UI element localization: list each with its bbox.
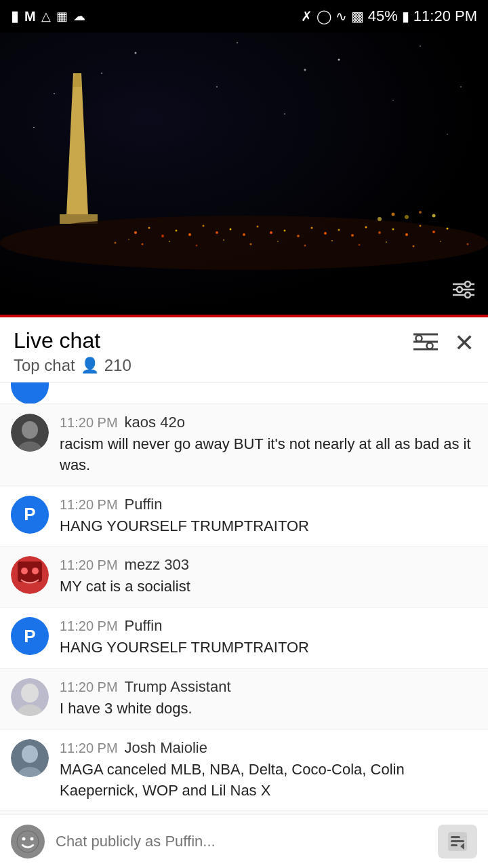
- svg-point-22: [188, 233, 191, 236]
- svg-point-40: [432, 231, 435, 233]
- m-icon: M: [24, 9, 36, 24]
- chat-message: racism will never go away BUT it's not n…: [60, 434, 477, 476]
- svg-point-26: [243, 233, 245, 236]
- svg-point-54: [413, 245, 415, 248]
- svg-point-2: [237, 42, 238, 43]
- battery-percent: 45%: [368, 7, 398, 25]
- svg-marker-15: [73, 73, 81, 87]
- avatar: [11, 556, 49, 594]
- svg-point-32: [324, 232, 327, 235]
- svg-point-6: [304, 69, 306, 71]
- time: 11:20 PM: [413, 7, 477, 25]
- chat-close-button[interactable]: ✕: [454, 331, 474, 355]
- chat-time: 11:20 PM: [60, 618, 118, 634]
- svg-point-50: [304, 245, 306, 247]
- svg-point-18: [134, 231, 137, 234]
- file-icon: ▮: [11, 7, 19, 25]
- chat-username: Puffin: [125, 617, 163, 635]
- list-item: P 11:20 PM Puffin HANG YOURSELF TRUMPTRA…: [0, 608, 488, 669]
- svg-point-27: [257, 226, 259, 228]
- chat-message: I have 3 white dogs.: [60, 698, 477, 719]
- svg-point-30: [297, 235, 300, 237]
- svg-point-58: [392, 213, 395, 216]
- svg-point-23: [203, 225, 205, 227]
- svg-rect-94: [451, 844, 458, 846]
- svg-point-47: [223, 239, 224, 241]
- chat-message: MAGA canceled MLB, NBA, Delta, Coco-Cola…: [60, 760, 477, 802]
- svg-point-3: [338, 59, 340, 61]
- svg-point-59: [405, 215, 409, 219]
- chat-username: Josh Maiolie: [125, 739, 207, 757]
- chat-content: 11:20 PM mezz 303 MY cat is a socialist: [60, 556, 477, 597]
- svg-point-12: [33, 127, 35, 128]
- svg-point-37: [392, 229, 394, 231]
- svg-point-76: [22, 421, 38, 439]
- chat-meta: 11:20 PM mezz 303: [60, 556, 477, 574]
- chat-meta: 11:20 PM Puffin: [60, 496, 477, 513]
- live-chat-title: Live chat: [14, 328, 131, 353]
- chat-input-bar: [0, 814, 488, 868]
- svg-point-8: [54, 93, 55, 94]
- emoji-button[interactable]: [11, 825, 45, 859]
- avatar: [11, 678, 49, 716]
- svg-point-41: [447, 228, 449, 230]
- video-progress-bar[interactable]: [0, 315, 488, 317]
- chat-time: 11:20 PM: [60, 415, 118, 431]
- svg-rect-93: [451, 840, 464, 842]
- avatar: P: [11, 617, 49, 655]
- chat-filter-button[interactable]: [413, 332, 438, 355]
- chat-time: 11:20 PM: [60, 557, 118, 573]
- chat-header-left: Live chat Top chat 👤 210: [14, 328, 131, 375]
- svg-point-56: [467, 243, 469, 245]
- svg-point-49: [277, 241, 279, 242]
- alarm-icon: ◯: [317, 8, 331, 24]
- svg-point-55: [440, 241, 441, 242]
- video-player[interactable]: [0, 33, 488, 317]
- svg-point-7: [460, 86, 462, 87]
- status-icons-left: ▮ M △ ▦ ☁: [11, 7, 85, 25]
- svg-point-67: [465, 292, 470, 298]
- svg-point-45: [169, 241, 170, 242]
- video-settings-icon[interactable]: [453, 280, 474, 304]
- svg-point-5: [101, 73, 102, 74]
- bluetooth-icon: ✗: [301, 8, 312, 24]
- svg-point-43: [128, 239, 129, 240]
- svg-point-74: [427, 343, 433, 349]
- avatar: P: [11, 496, 49, 534]
- svg-point-88: [17, 831, 39, 852]
- svg-point-24: [216, 231, 218, 234]
- chat-username: Puffin: [125, 496, 163, 513]
- svg-point-53: [386, 241, 387, 243]
- chat-header: Live chat Top chat 👤 210 ✕: [0, 317, 488, 382]
- signal-icon: ▩: [351, 8, 364, 24]
- svg-point-48: [250, 243, 252, 245]
- list-item: 11:20 PM Trump Assistant I have 3 white …: [0, 669, 488, 730]
- svg-point-39: [420, 225, 422, 227]
- chat-username: Trump Assistant: [125, 678, 231, 696]
- cityscape-svg: [0, 33, 488, 317]
- chat-input-field[interactable]: [56, 833, 427, 850]
- svg-point-89: [22, 837, 26, 840]
- svg-point-25: [230, 229, 232, 231]
- svg-point-83: [21, 684, 39, 703]
- list-item: 11:20 PM kaos 42o racism will never go a…: [0, 404, 488, 486]
- chat-username: kaos 42o: [125, 414, 185, 431]
- cloud-icon: ☁: [73, 9, 85, 24]
- image-icon: ▦: [56, 9, 68, 24]
- svg-point-10: [216, 86, 218, 87]
- chat-content: 11:20 PM Josh Maiolie MAGA canceled MLB,…: [60, 739, 477, 802]
- send-button[interactable]: [438, 825, 477, 859]
- svg-point-34: [351, 234, 354, 237]
- chat-content: 11:20 PM kaos 42o racism will never go a…: [60, 414, 477, 476]
- chat-meta: 11:20 PM kaos 42o: [60, 414, 477, 431]
- chat-time: 11:20 PM: [60, 679, 118, 695]
- svg-point-51: [331, 240, 333, 241]
- svg-point-61: [432, 214, 436, 218]
- svg-point-19: [148, 227, 150, 229]
- status-bar: ▮ M △ ▦ ☁ ✗ ◯ ∿ ▩ 45% ▮ 11:20 PM: [0, 0, 488, 33]
- chat-content: 11:20 PM Trump Assistant I have 3 white …: [60, 678, 477, 719]
- chat-meta: 11:20 PM Trump Assistant: [60, 678, 477, 696]
- chat-meta: 11:20 PM Josh Maiolie: [60, 739, 477, 757]
- chat-message: HANG YOURSELF TRUMPTRAITOR: [60, 637, 477, 658]
- chat-header-right: ✕: [413, 328, 474, 355]
